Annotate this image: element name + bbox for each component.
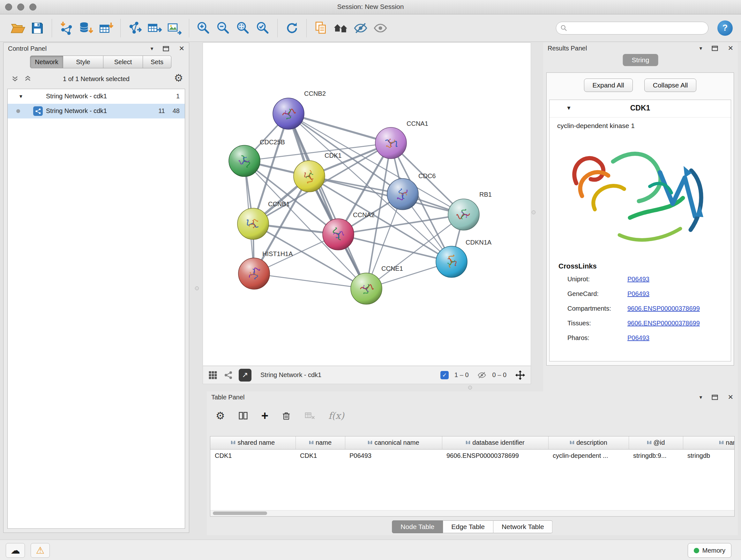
tab-string[interactable]: String — [623, 54, 658, 66]
cloud-status-button[interactable]: ☁ — [6, 543, 25, 558]
tree-row-network[interactable]: String Network - cdk1 11 48 — [8, 104, 185, 118]
documents-button[interactable] — [311, 17, 331, 39]
crosslink-link[interactable]: 9606.ENSP00000378699 — [627, 320, 700, 327]
bottom-splitter-handle[interactable] — [468, 386, 472, 389]
export-table-button[interactable] — [145, 17, 165, 39]
zoom-in-button[interactable] — [194, 17, 213, 39]
save-session-button[interactable] — [27, 17, 47, 39]
import-table-button[interactable] — [96, 17, 116, 39]
network-node-RB1[interactable]: RB1 — [448, 191, 492, 230]
network-node-CCNB2[interactable]: CCNB2 — [273, 90, 326, 129]
function-builder-icon[interactable]: f(x) — [328, 410, 344, 421]
search-box — [556, 22, 709, 35]
panel-menu-icon[interactable]: ▾ — [151, 45, 153, 52]
crosslink-link[interactable]: P06493 — [627, 275, 650, 283]
panel-close-icon[interactable]: ✕ — [728, 393, 733, 401]
panel-menu-icon[interactable]: ▾ — [699, 394, 702, 401]
pan-mode-button[interactable] — [515, 370, 526, 381]
import-network-file-button[interactable] — [57, 17, 76, 39]
network-node-CDK1[interactable]: CDK1 — [293, 152, 341, 192]
network-options-gear-icon[interactable]: ⚙ — [174, 73, 183, 83]
zoom-out-button[interactable] — [213, 17, 233, 39]
column-header[interactable]: database identifier — [442, 436, 548, 449]
zoom-fit-button[interactable] — [233, 17, 253, 39]
crosslink-link[interactable]: P06493 — [627, 334, 650, 341]
zoom-selected-button[interactable] — [253, 17, 273, 39]
crosslink-label: Tissues: — [567, 320, 591, 327]
selected-checkbox[interactable]: ✓ — [441, 371, 449, 379]
network-overview-button[interactable] — [223, 370, 233, 380]
expand-all-networks-icon[interactable] — [24, 75, 31, 84]
search-input[interactable] — [556, 22, 709, 35]
save-icon — [30, 20, 45, 36]
create-column-icon[interactable]: + — [261, 410, 268, 422]
crosslink-link[interactable]: P06493 — [627, 290, 650, 298]
panel-menu-icon[interactable]: ▾ — [699, 45, 702, 52]
collapse-all-networks-icon[interactable] — [11, 75, 19, 84]
left-splitter-handle[interactable] — [195, 287, 199, 290]
network-canvas[interactable]: CCNB2CCNA1CDC25BCDK1CDC6RB1CCNB1CCNA2CDK… — [203, 43, 531, 366]
tree-row-collection[interactable]: ▼ String Network - cdk1 1 — [8, 89, 185, 104]
detach-view-button[interactable]: ↗ — [239, 369, 252, 381]
control-panel-title: Control Panel — [8, 45, 47, 52]
panel-close-icon[interactable]: ✕ — [179, 45, 185, 52]
panel-float-icon[interactable] — [163, 46, 169, 51]
open-session-button[interactable] — [8, 17, 27, 39]
tab-node-table[interactable]: Node Table — [392, 520, 443, 533]
network-node-CCNA1[interactable]: CCNA1 — [375, 120, 428, 159]
column-header[interactable]: namespac — [683, 436, 735, 449]
tab-network[interactable]: Network — [30, 56, 63, 68]
column-header[interactable]: shared name — [210, 436, 295, 449]
tab-select[interactable]: Select — [104, 56, 143, 68]
memory-status-dot — [694, 548, 699, 553]
toolbar-separator — [189, 19, 189, 37]
show-graphics-details-button[interactable] — [370, 17, 390, 39]
column-header[interactable]: name — [295, 436, 345, 449]
home-button[interactable] — [331, 17, 351, 39]
right-splitter-handle[interactable] — [532, 210, 536, 214]
crosslink-link[interactable]: 9606.ENSP00000378699 — [627, 305, 700, 312]
export-network-button[interactable] — [125, 17, 145, 39]
column-header[interactable]: description — [548, 436, 629, 449]
help-button[interactable]: ? — [718, 20, 733, 36]
column-header[interactable]: @id — [629, 436, 683, 449]
network-node-CCNB1[interactable]: CCNB1 — [238, 200, 290, 240]
expand-all-button[interactable]: Expand All — [584, 78, 633, 92]
gene-description: cyclin-dependent kinase 1 — [549, 118, 731, 131]
main-toolbar: ? — [0, 14, 741, 42]
zoom-in-icon — [196, 20, 211, 36]
column-header[interactable]: canonical name — [345, 436, 442, 449]
panel-float-icon[interactable] — [712, 395, 718, 400]
table-horizontal-scrollbar[interactable] — [210, 510, 734, 516]
tab-style[interactable]: Style — [63, 56, 104, 68]
hide-graphics-details-button[interactable] — [351, 17, 370, 39]
delete-column-icon[interactable] — [281, 411, 291, 421]
show-columns-icon[interactable] — [238, 410, 249, 421]
crosslink-label: Compartments: — [567, 305, 611, 312]
apply-layout-button[interactable] — [282, 17, 302, 39]
collapse-all-button[interactable]: Collapse All — [644, 78, 697, 92]
scrollbar-thumb[interactable] — [213, 511, 267, 515]
network-node-HIST1H1A[interactable]: HIST1H1A — [239, 250, 293, 289]
tab-network-table[interactable]: Network Table — [493, 520, 553, 533]
import-network-database-button[interactable] — [76, 17, 96, 39]
status-bar: ☁ ⚠ Memory — [0, 540, 741, 560]
tab-sets[interactable]: Sets — [143, 56, 172, 68]
network-node-CDC6[interactable]: CDC6 — [387, 172, 435, 210]
tree-expand-icon[interactable]: ▼ — [18, 94, 23, 99]
birdseye-grid-button[interactable] — [208, 370, 218, 380]
gene-section-header[interactable]: ▼ CDK1 — [549, 100, 731, 118]
warnings-button[interactable]: ⚠ — [30, 543, 50, 558]
table-settings-gear-icon[interactable]: ⚙ — [216, 411, 225, 421]
panel-close-icon[interactable]: ✕ — [728, 44, 733, 52]
export-image-button[interactable] — [165, 17, 185, 39]
network-node-CDKN1A[interactable]: CDKN1A — [436, 239, 492, 277]
panel-float-icon[interactable] — [712, 46, 718, 51]
network-tree: ▼ String Network - cdk1 1 String Network… — [7, 89, 185, 529]
delete-table-icon-disabled[interactable] — [304, 411, 316, 421]
string-network-icon — [33, 106, 43, 116]
memory-button[interactable]: Memory — [688, 543, 731, 558]
table-row[interactable]: CDK1CDK1P064939606.ENSP00000378699cyclin… — [210, 449, 735, 462]
tab-edge-table[interactable]: Edge Table — [443, 520, 493, 533]
crosslink-label: GeneCard: — [567, 290, 599, 298]
